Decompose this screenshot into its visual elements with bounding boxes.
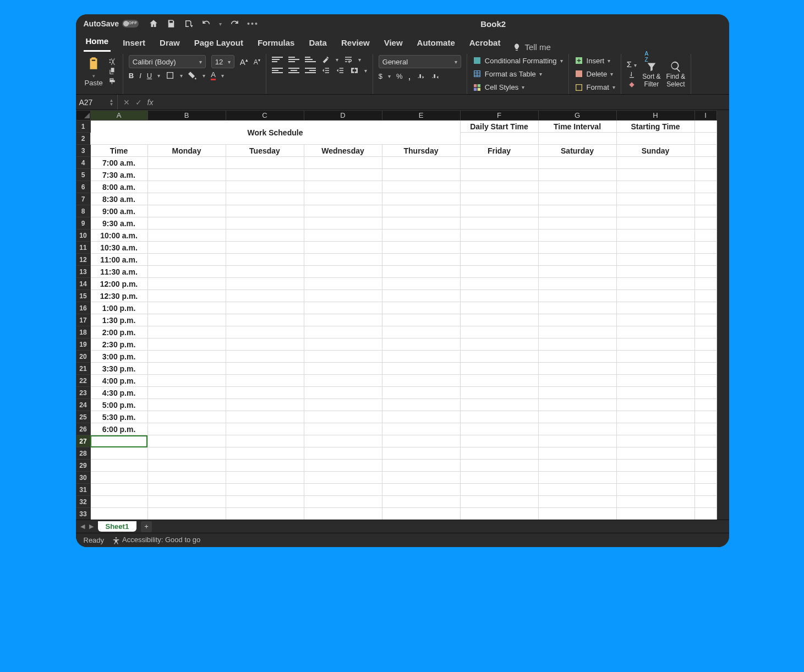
column-header-D[interactable]: D — [304, 111, 382, 121]
cell-C18[interactable] — [226, 326, 304, 338]
increase-indent-icon[interactable] — [336, 66, 344, 75]
cell-F23[interactable] — [460, 387, 538, 399]
row-header-7[interactable]: 7 — [76, 193, 90, 205]
cell-H12[interactable] — [616, 254, 694, 266]
cell-I1[interactable] — [694, 121, 717, 133]
cell-G33[interactable] — [538, 508, 616, 520]
cell-I7[interactable] — [694, 193, 717, 205]
fill-color-icon[interactable] — [188, 71, 197, 80]
cell-F20[interactable] — [460, 351, 538, 363]
cell-F6[interactable] — [460, 181, 538, 193]
cell-B30[interactable] — [147, 472, 226, 484]
orientation-icon[interactable] — [321, 55, 330, 64]
merge-icon[interactable] — [350, 66, 359, 75]
row-header-25[interactable]: 25 — [76, 411, 90, 423]
cell-D17[interactable] — [304, 314, 382, 326]
row-header-24[interactable]: 24 — [76, 399, 90, 411]
cell-E7[interactable] — [382, 193, 460, 205]
cell-G3[interactable]: Saturday — [538, 145, 616, 157]
cell-A5[interactable]: 7:30 a.m. — [90, 169, 147, 181]
row-header-18[interactable]: 18 — [76, 326, 90, 338]
cell-D12[interactable] — [304, 254, 382, 266]
cell-E30[interactable] — [382, 472, 460, 484]
underline-caret-icon[interactable]: ▾ — [157, 73, 160, 79]
cell-E29[interactable] — [382, 460, 460, 472]
cell-F11[interactable] — [460, 242, 538, 254]
cell-G16[interactable] — [538, 302, 616, 314]
find-select-button[interactable]: Find & Select — [666, 61, 686, 88]
cell-G11[interactable] — [538, 242, 616, 254]
row-header-15[interactable]: 15 — [76, 290, 90, 302]
cell-A6[interactable]: 8:00 a.m. — [90, 181, 147, 193]
cell-C15[interactable] — [226, 290, 304, 302]
cell-H11[interactable] — [616, 242, 694, 254]
cell-B5[interactable] — [147, 169, 226, 181]
overflow-icon[interactable]: ••• — [247, 19, 259, 28]
insert-cells-button[interactable]: Insert▾ — [575, 55, 615, 66]
cell-A15[interactable]: 12:30 p.m. — [90, 290, 147, 302]
cell-I16[interactable] — [694, 302, 717, 314]
sheet-nav-prev-icon[interactable]: ◀ — [80, 523, 85, 530]
cell-G10[interactable] — [538, 230, 616, 242]
cell-A17[interactable]: 1:30 p.m. — [90, 314, 147, 326]
cell-E22[interactable] — [382, 375, 460, 387]
cell-F16[interactable] — [460, 302, 538, 314]
redo-icon[interactable] — [229, 19, 239, 29]
cell-D9[interactable] — [304, 217, 382, 230]
cell-C10[interactable] — [226, 230, 304, 242]
row-header-26[interactable]: 26 — [76, 423, 90, 435]
cell-B19[interactable] — [147, 338, 226, 351]
cell-H1[interactable]: Starting Time — [616, 121, 694, 133]
cell-F22[interactable] — [460, 375, 538, 387]
border-icon[interactable] — [166, 71, 174, 80]
cell-F3[interactable]: Friday — [460, 145, 538, 157]
increase-decimal-icon[interactable] — [417, 72, 425, 81]
fx-icon[interactable]: fx — [147, 98, 154, 107]
cell-A24[interactable]: 5:00 p.m. — [90, 399, 147, 411]
cell-I33[interactable] — [694, 508, 717, 520]
row-header-5[interactable]: 5 — [76, 169, 90, 181]
column-header-E[interactable]: E — [382, 111, 460, 121]
cell-E16[interactable] — [382, 302, 460, 314]
cell-D16[interactable] — [304, 302, 382, 314]
cell-H6[interactable] — [616, 181, 694, 193]
align-center-icon[interactable] — [288, 66, 299, 75]
cell-F30[interactable] — [460, 472, 538, 484]
cell-B25[interactable] — [147, 411, 226, 423]
cell-F13[interactable] — [460, 266, 538, 278]
cell-C7[interactable] — [226, 193, 304, 205]
cell-D6[interactable] — [304, 181, 382, 193]
cell-H31[interactable] — [616, 484, 694, 496]
accessibility-status[interactable]: Accessibility: Good to go — [112, 536, 200, 545]
cell-G31[interactable] — [538, 484, 616, 496]
cell-G25[interactable] — [538, 411, 616, 423]
autosum-icon[interactable]: Σ ▾ — [627, 59, 637, 69]
tab-draw[interactable]: Draw — [157, 35, 182, 52]
align-middle-icon[interactable] — [288, 55, 299, 64]
cell-H21[interactable] — [616, 363, 694, 375]
cell-C29[interactable] — [226, 460, 304, 472]
cell-D8[interactable] — [304, 205, 382, 217]
tab-page-layout[interactable]: Page Layout — [192, 35, 245, 52]
cell-G21[interactable] — [538, 363, 616, 375]
cell-C27[interactable] — [226, 435, 304, 447]
cell-G17[interactable] — [538, 314, 616, 326]
sheet-nav-next-icon[interactable]: ▶ — [89, 523, 94, 530]
cell-G13[interactable] — [538, 266, 616, 278]
cell-E19[interactable] — [382, 338, 460, 351]
cell-G18[interactable] — [538, 326, 616, 338]
cell-F24[interactable] — [460, 399, 538, 411]
cell-E31[interactable] — [382, 484, 460, 496]
cell-C11[interactable] — [226, 242, 304, 254]
cell-A14[interactable]: 12:00 p.m. — [90, 278, 147, 290]
cell-B18[interactable] — [147, 326, 226, 338]
cut-icon[interactable] — [107, 57, 117, 65]
cell-B26[interactable] — [147, 423, 226, 435]
cell-D29[interactable] — [304, 460, 382, 472]
row-header-19[interactable]: 19 — [76, 338, 90, 351]
cell-C3[interactable]: Tuesday — [226, 145, 304, 157]
cell-G30[interactable] — [538, 472, 616, 484]
cell-A3[interactable]: Time — [90, 145, 147, 157]
cell-D15[interactable] — [304, 290, 382, 302]
cell-H5[interactable] — [616, 169, 694, 181]
